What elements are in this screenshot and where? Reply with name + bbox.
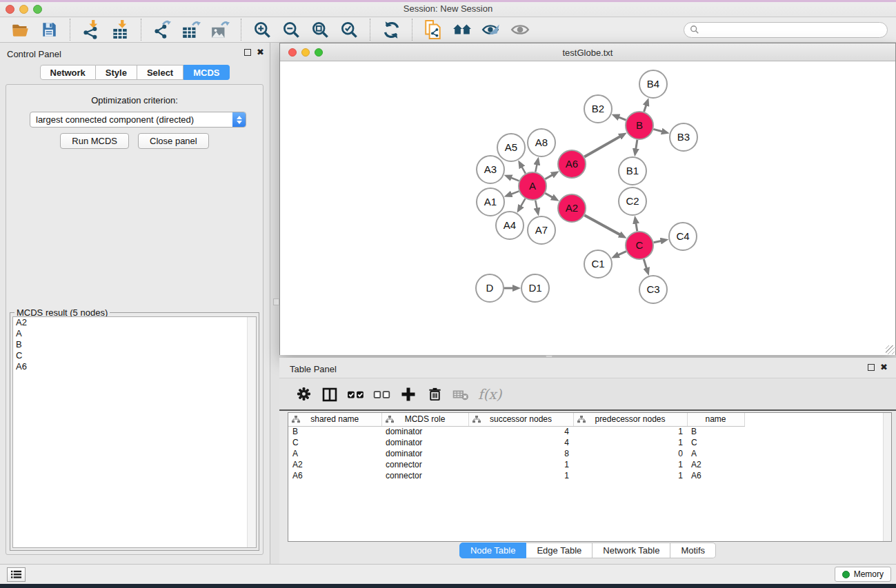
export-image-icon[interactable]	[210, 19, 230, 40]
table-settings-icon[interactable]	[292, 384, 315, 405]
mcds-result-item[interactable]: A6	[13, 361, 256, 372]
table-cell[interactable]: B	[288, 426, 381, 437]
graph-edge-A-A7[interactable]	[535, 201, 537, 209]
graph-node-B4[interactable]: B4	[639, 70, 667, 98]
graph-edge-B-B2[interactable]	[619, 117, 626, 120]
graph-node-A5[interactable]: A5	[497, 134, 525, 161]
run-mcds-button[interactable]: Run MCDS	[60, 133, 129, 149]
tab-node-table[interactable]: Node Table	[459, 543, 527, 558]
graph-edge-C-C2[interactable]	[636, 223, 637, 232]
graph-node-C[interactable]: C	[626, 232, 653, 259]
table-cell[interactable]: connector	[381, 459, 468, 470]
graph-node-A2[interactable]: A2	[558, 194, 586, 222]
show-hide-icon[interactable]	[510, 19, 530, 40]
export-table-icon[interactable]	[181, 19, 201, 40]
mcds-result-item[interactable]: A2	[13, 317, 256, 328]
table-cell[interactable]: C	[288, 437, 381, 448]
close-panel-icon[interactable]: ✖	[880, 364, 888, 371]
table-cell[interactable]: 1	[573, 437, 687, 448]
graph-edge-A-A8[interactable]	[535, 164, 537, 172]
select-all-icon[interactable]	[344, 384, 368, 405]
network-graph[interactable]: B4B2BB3A5A8A6A3B1AA1C2A2A4A7C4CC1C3DD1	[280, 61, 895, 355]
optimization-criterion-select[interactable]: largest connected component (directed)	[30, 112, 246, 128]
table-cell[interactable]: dominator	[381, 437, 468, 448]
window-resize-grip[interactable]	[886, 345, 895, 354]
table-cell[interactable]: 1	[573, 426, 687, 437]
memory-button[interactable]: Memory	[835, 567, 891, 582]
tab-network-table[interactable]: Network Table	[593, 543, 670, 558]
delete-table-icon[interactable]	[449, 384, 472, 405]
show-style-icon[interactable]	[481, 19, 501, 40]
mcds-result-item[interactable]: A	[13, 328, 256, 339]
graph-node-D1[interactable]: D1	[521, 274, 549, 302]
graph-edge-A-A3[interactable]	[511, 178, 519, 181]
table-cell[interactable]: 1	[468, 470, 573, 481]
graph-node-B1[interactable]: B1	[619, 157, 646, 185]
column-header-shared-name[interactable]: shared name	[288, 413, 381, 426]
graph-edge-B-B3[interactable]	[653, 129, 662, 131]
graph-node-A1[interactable]: A1	[477, 188, 504, 216]
table-cell[interactable]: A2	[687, 459, 744, 470]
graph-node-B[interactable]: B	[626, 112, 653, 139]
tab-mcds[interactable]: MCDS	[183, 65, 230, 80]
table-row[interactable]: A2connector11A2	[288, 459, 753, 470]
graph-node-D[interactable]: D	[476, 274, 504, 302]
table-cell[interactable]: A6	[687, 470, 744, 481]
graph-node-A7[interactable]: A7	[528, 216, 555, 244]
mcds-list-scrollbar[interactable]	[247, 317, 256, 547]
tab-style[interactable]: Style	[96, 65, 137, 80]
graph-node-C4[interactable]: C4	[669, 223, 697, 250]
table-cell[interactable]: 4	[468, 437, 573, 448]
tab-select[interactable]: Select	[137, 65, 183, 80]
graph-node-C2[interactable]: C2	[619, 187, 646, 215]
table-cell[interactable]: C	[687, 437, 744, 448]
graph-edge-A-A5[interactable]	[521, 167, 525, 174]
deselect-all-icon[interactable]	[370, 384, 394, 405]
float-panel-icon[interactable]	[244, 49, 251, 56]
zoom-fit-icon[interactable]	[310, 19, 330, 40]
graph-node-C3[interactable]: C3	[639, 276, 667, 303]
table-cell[interactable]: connector	[381, 470, 468, 481]
table-cell[interactable]: dominator	[381, 448, 468, 459]
column-visibility-icon[interactable]	[318, 384, 341, 405]
import-network-icon[interactable]	[81, 19, 101, 40]
graph-node-B2[interactable]: B2	[584, 95, 612, 123]
new-network-from-selection-icon[interactable]	[423, 19, 444, 40]
import-table-icon[interactable]	[110, 19, 130, 40]
function-builder-icon[interactable]: f(x)	[478, 386, 501, 403]
graph-node-A6[interactable]: A6	[558, 150, 586, 178]
table-row[interactable]: Adominator80A	[288, 448, 753, 459]
tab-edge-table[interactable]: Edge Table	[526, 543, 593, 558]
table-cell[interactable]: 0	[573, 448, 687, 459]
table-cell[interactable]: A	[288, 448, 381, 459]
graph-edge-A6-B[interactable]	[584, 136, 620, 157]
table-cell[interactable]: 1	[573, 459, 687, 470]
graph-node-B3[interactable]: B3	[670, 123, 697, 151]
table-cell[interactable]: A	[687, 448, 744, 459]
close-panel-icon[interactable]: ✖	[257, 49, 264, 56]
network-window-titlebar[interactable]: testGlobe.txt	[280, 43, 895, 61]
graph-edge-C-C4[interactable]	[654, 241, 661, 242]
search-input[interactable]	[703, 25, 882, 34]
graph-edge-A-A2[interactable]	[545, 193, 552, 197]
mcds-result-list[interactable]: A2ABCA6	[12, 316, 257, 548]
node-table[interactable]: shared nameMCDS rolesuccessor nodesprede…	[288, 412, 892, 542]
column-header-MCDS-role[interactable]: MCDS role	[381, 413, 468, 426]
table-cell[interactable]: A6	[288, 470, 381, 481]
tab-motifs[interactable]: Motifs	[670, 543, 716, 558]
graph-node-A8[interactable]: A8	[528, 129, 555, 156]
table-row[interactable]: Bdominator41B	[288, 426, 753, 437]
graph-edge-A2-C[interactable]	[584, 215, 620, 234]
zoom-out-icon[interactable]	[281, 19, 301, 40]
graph-node-A[interactable]: A	[519, 172, 546, 200]
table-cell[interactable]: 4	[468, 426, 573, 437]
tab-network[interactable]: Network	[40, 65, 96, 80]
graph-edge-B-B4[interactable]	[644, 105, 646, 112]
graph-node-A4[interactable]: A4	[496, 212, 524, 239]
float-panel-icon[interactable]	[868, 364, 875, 371]
column-header-name[interactable]: name	[687, 413, 744, 426]
graph-edge-C-C1[interactable]	[618, 252, 626, 255]
open-session-icon[interactable]	[10, 19, 30, 40]
zoom-in-icon[interactable]	[252, 19, 272, 40]
save-session-icon[interactable]	[39, 19, 59, 40]
